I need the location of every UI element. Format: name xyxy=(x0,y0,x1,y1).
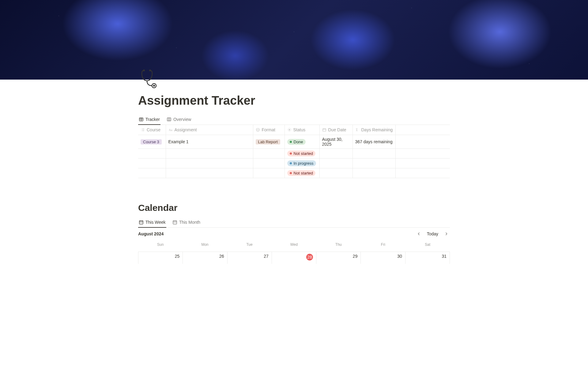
cell-duedate[interactable] xyxy=(319,159,352,168)
status-badge: Done xyxy=(287,139,306,145)
calendar-cell[interactable]: 29 xyxy=(316,252,361,264)
cell-format[interactable] xyxy=(253,159,285,168)
calendar-tab-this-week[interactable]: This Week xyxy=(138,218,166,228)
column-header-days[interactable]: Σ Days Remaining xyxy=(352,125,395,135)
cell-duedate[interactable]: August 30, 2025 xyxy=(319,135,352,149)
calendar-day-number: 28 xyxy=(306,254,313,260)
cell-assignment[interactable]: Example 1 xyxy=(166,135,253,149)
column-header-status[interactable]: Status xyxy=(285,125,319,135)
tab-label: This Week xyxy=(145,220,166,225)
column-header-assignment[interactable]: Aa Assignment xyxy=(166,125,253,135)
course-tag: Course 3 xyxy=(141,139,162,144)
calendar-cell[interactable]: 30 xyxy=(361,252,405,264)
page-title[interactable]: Assignment Tracker xyxy=(138,93,450,108)
tracker-table: Course Aa Assignment xyxy=(138,125,450,178)
calendar-icon xyxy=(322,128,326,132)
cell-days-remaining[interactable] xyxy=(352,149,395,159)
cell-assignment[interactable] xyxy=(166,159,253,168)
table-row[interactable]: In progress xyxy=(138,159,450,168)
calendar-daynames: SunMonTueWedThuFriSat xyxy=(138,241,450,249)
calendar-dayname: Wed xyxy=(272,241,316,249)
cell-course[interactable] xyxy=(138,149,166,159)
text-icon: Aa xyxy=(168,128,173,132)
column-header-extra[interactable] xyxy=(395,125,450,135)
calendar-tab-this-month[interactable]: This Month xyxy=(172,218,201,228)
cell-days-remaining[interactable] xyxy=(352,168,395,178)
cell-status[interactable]: Not started xyxy=(285,168,319,178)
calendar-cell[interactable]: 28 xyxy=(272,252,316,264)
status-dot-icon xyxy=(290,152,292,155)
calendar-dayname: Tue xyxy=(227,241,272,249)
svg-rect-11 xyxy=(139,221,143,224)
page-emoji[interactable] xyxy=(138,67,162,91)
cell-format[interactable] xyxy=(253,168,285,178)
cell-status[interactable]: In progress xyxy=(285,159,319,168)
svg-point-7 xyxy=(256,128,259,131)
view-tabs: TrackerOverview xyxy=(138,115,450,125)
calendar-dayname: Sun xyxy=(138,241,183,249)
calendar-icon xyxy=(139,220,144,225)
tab-label: Tracker xyxy=(145,117,160,122)
table-row[interactable]: Not started xyxy=(138,168,450,178)
tab-overview[interactable]: Overview xyxy=(166,115,192,125)
cell-days-remaining[interactable]: 367 days remaining xyxy=(352,135,395,149)
column-label: Status xyxy=(293,127,306,132)
cell-status[interactable]: Done xyxy=(285,135,319,149)
column-label: Format xyxy=(262,127,275,132)
cell-format[interactable]: Lab Report xyxy=(253,135,285,149)
cell-duedate[interactable] xyxy=(319,168,352,178)
cell-extra[interactable] xyxy=(395,168,450,178)
calendar-next-button[interactable] xyxy=(443,230,450,238)
status-label: Not started xyxy=(294,151,313,156)
cell-assignment[interactable] xyxy=(166,149,253,159)
column-header-duedate[interactable]: Due Date xyxy=(319,125,352,135)
status-label: Not started xyxy=(294,171,313,175)
column-label: Due Date xyxy=(328,127,346,132)
column-label: Assignment xyxy=(175,127,197,132)
tab-label: Overview xyxy=(173,117,191,122)
calendar-month-label: August 2024 xyxy=(138,231,164,236)
status-badge: Not started xyxy=(287,151,316,156)
status-dot-icon xyxy=(290,172,292,174)
calendar-day-number: 26 xyxy=(219,254,224,259)
column-label: Course xyxy=(147,127,160,132)
cover-image[interactable] xyxy=(0,0,588,80)
column-header-course[interactable]: Course xyxy=(138,125,166,135)
calendar-today-button[interactable]: Today xyxy=(425,231,440,237)
calendar-cell[interactable]: 26 xyxy=(183,252,227,264)
calendar-prev-button[interactable] xyxy=(415,230,423,238)
calendar-cell[interactable]: 27 xyxy=(228,252,272,264)
table-row[interactable]: Not started xyxy=(138,149,450,159)
cell-assignment[interactable] xyxy=(166,168,253,178)
calendar-dayname: Thu xyxy=(316,241,361,249)
table-row[interactable]: Course 3Example 1Lab ReportDoneAugust 30… xyxy=(138,135,450,149)
calendar-grid: 25262728293031 xyxy=(138,252,450,264)
status-badge: In progress xyxy=(287,160,316,166)
status-dot-icon xyxy=(290,141,292,143)
svg-rect-5 xyxy=(167,118,171,121)
column-header-format[interactable]: Format xyxy=(253,125,285,135)
calendar-title[interactable]: Calendar xyxy=(138,203,450,213)
chevron-left-icon xyxy=(417,232,421,236)
cell-course[interactable] xyxy=(138,159,166,168)
cell-format[interactable] xyxy=(253,149,285,159)
select-icon xyxy=(256,128,260,132)
calendar-view-tabs: This WeekThis Month xyxy=(138,218,450,228)
cell-days-remaining[interactable] xyxy=(352,159,395,168)
status-badge: Not started xyxy=(287,170,316,176)
cell-extra[interactable] xyxy=(395,159,450,168)
calendar-cell[interactable]: 31 xyxy=(405,252,450,264)
cell-extra[interactable] xyxy=(395,135,450,149)
cell-course[interactable] xyxy=(138,168,166,178)
formula-icon: Σ xyxy=(355,128,360,132)
cell-duedate[interactable] xyxy=(319,149,352,159)
calendar-day-number: 30 xyxy=(397,254,402,259)
tab-tracker[interactable]: Tracker xyxy=(138,115,160,125)
cell-course[interactable]: Course 3 xyxy=(138,135,166,149)
stethoscope-icon xyxy=(139,68,161,89)
calendar-cell[interactable]: 25 xyxy=(138,252,183,264)
board-icon xyxy=(167,117,172,122)
calendar-dayname: Sat xyxy=(405,241,450,249)
cell-status[interactable]: Not started xyxy=(285,149,319,159)
cell-extra[interactable] xyxy=(395,149,450,159)
